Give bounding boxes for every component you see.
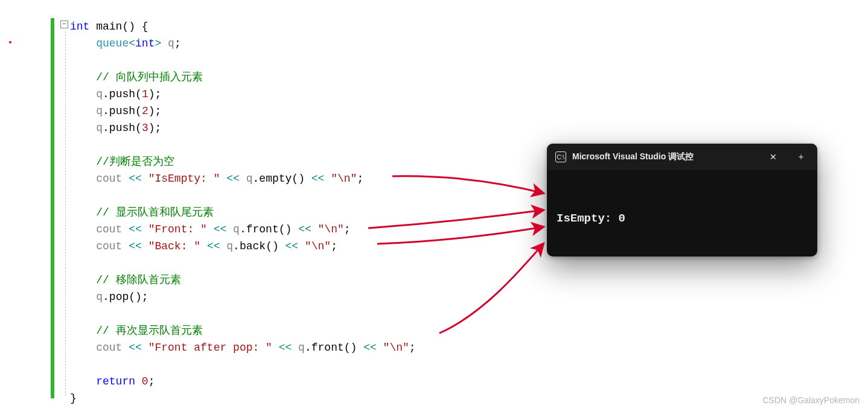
watermark: CSDN @GalaxyPokemon (763, 395, 860, 405)
collapse-toggle[interactable] (60, 21, 68, 28)
code-line[interactable]: // 再次显示队首元素 (0, 322, 868, 339)
console-title: Microsoft Visual Studio 调试控 (572, 151, 694, 162)
code-line[interactable]: // 移除队首元素 (0, 272, 868, 288)
change-gutter (51, 18, 54, 398)
code-line[interactable]: cout << "Front after pop: " << q.front()… (0, 339, 868, 356)
code-line[interactable] (0, 356, 868, 373)
code-line[interactable] (0, 305, 868, 322)
new-tab-button[interactable]: ＋ (787, 144, 815, 170)
keyword: int (70, 21, 89, 33)
code-line[interactable]: } (0, 390, 868, 407)
console-icon: C:\ (555, 151, 566, 162)
plus-icon: ＋ (797, 151, 805, 162)
code-line[interactable]: q.push(2); (0, 103, 868, 119)
debug-console-window: C:\ Microsoft Visual Studio 调试控 ✕ ＋ IsEm… (547, 144, 817, 256)
close-button[interactable]: ✕ (759, 144, 787, 170)
code-line[interactable] (0, 255, 868, 272)
output-line: IsEmpty: 0 (557, 210, 808, 227)
console-output[interactable]: IsEmpty: 0 Front: 1 Back: 3 Front after … (547, 170, 817, 256)
console-titlebar[interactable]: C:\ Microsoft Visual Studio 调试控 ✕ ＋ (547, 144, 817, 170)
code-line[interactable]: return 0; (0, 373, 868, 390)
code-line[interactable]: q.push(1); (0, 86, 868, 103)
code-line[interactable]: // 向队列中插入元素 (0, 69, 868, 86)
code-line[interactable]: queue<int> q; (0, 35, 868, 52)
code-line[interactable]: int main() { (0, 18, 868, 35)
code-line[interactable]: q.push(3); (0, 119, 868, 136)
code-line[interactable] (0, 52, 868, 69)
indent-guide (65, 31, 66, 396)
code-line[interactable]: q.pop(); (0, 288, 868, 305)
close-icon: ✕ (770, 152, 777, 162)
